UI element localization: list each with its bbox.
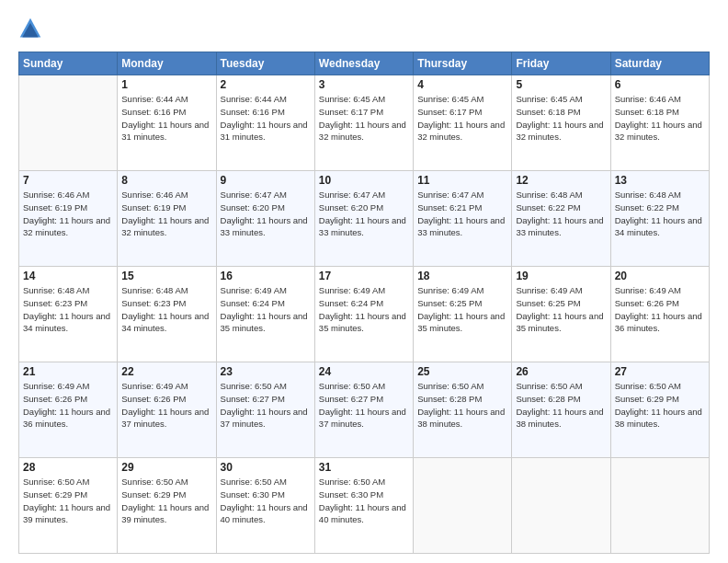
sunset-text: Sunset: 6:17 PM bbox=[417, 107, 482, 117]
daylight-text: Daylight: 11 hours and 35 minutes. bbox=[516, 311, 603, 334]
weekday-header-monday: Monday bbox=[118, 52, 216, 75]
day-number: 30 bbox=[221, 461, 311, 474]
cell-info: Sunrise: 6:45 AM Sunset: 6:17 PM Dayligh… bbox=[417, 93, 507, 144]
cell-info: Sunrise: 6:46 AM Sunset: 6:19 PM Dayligh… bbox=[121, 189, 211, 239]
cell-info: Sunrise: 6:44 AM Sunset: 6:16 PM Dayligh… bbox=[221, 93, 311, 144]
cell-info: Sunrise: 6:49 AM Sunset: 6:26 PM Dayligh… bbox=[23, 380, 113, 431]
sunrise-text: Sunrise: 6:50 AM bbox=[615, 381, 681, 391]
calendar-cell: 19 Sunrise: 6:49 AM Sunset: 6:25 PM Dayl… bbox=[512, 267, 610, 362]
sunrise-text: Sunrise: 6:45 AM bbox=[417, 94, 483, 104]
daylight-text: Daylight: 11 hours and 33 minutes. bbox=[221, 215, 308, 238]
sunset-text: Sunset: 6:16 PM bbox=[121, 107, 186, 117]
sunrise-text: Sunrise: 6:45 AM bbox=[516, 94, 582, 104]
sunrise-text: Sunrise: 6:46 AM bbox=[23, 190, 89, 200]
calendar-cell: 1 Sunrise: 6:44 AM Sunset: 6:16 PM Dayli… bbox=[118, 75, 216, 171]
sunset-text: Sunset: 6:19 PM bbox=[23, 202, 87, 213]
cell-info: Sunrise: 6:46 AM Sunset: 6:19 PM Dayligh… bbox=[23, 189, 113, 239]
sunset-text: Sunset: 6:29 PM bbox=[23, 489, 87, 500]
calendar-cell: 15 Sunrise: 6:48 AM Sunset: 6:23 PM Dayl… bbox=[118, 267, 216, 362]
sunset-text: Sunset: 6:29 PM bbox=[121, 489, 186, 500]
weekday-header-row: SundayMondayTuesdayWednesdayThursdayFrid… bbox=[19, 52, 710, 75]
cell-info: Sunrise: 6:47 AM Sunset: 6:21 PM Dayligh… bbox=[417, 189, 507, 239]
cell-info: Sunrise: 6:46 AM Sunset: 6:18 PM Dayligh… bbox=[615, 93, 705, 144]
sunset-text: Sunset: 6:29 PM bbox=[615, 394, 679, 404]
cell-info: Sunrise: 6:45 AM Sunset: 6:17 PM Dayligh… bbox=[319, 93, 409, 144]
day-number: 5 bbox=[516, 78, 606, 91]
daylight-text: Daylight: 11 hours and 40 minutes. bbox=[319, 502, 406, 525]
sunset-text: Sunset: 6:17 PM bbox=[319, 107, 383, 117]
day-number: 12 bbox=[516, 174, 606, 187]
sunrise-text: Sunrise: 6:49 AM bbox=[319, 285, 385, 295]
sunset-text: Sunset: 6:18 PM bbox=[516, 107, 580, 117]
cell-info: Sunrise: 6:49 AM Sunset: 6:26 PM Dayligh… bbox=[121, 380, 211, 431]
calendar-cell bbox=[610, 458, 709, 554]
sunset-text: Sunset: 6:18 PM bbox=[615, 107, 679, 117]
cell-info: Sunrise: 6:50 AM Sunset: 6:27 PM Dayligh… bbox=[319, 380, 409, 431]
day-number: 6 bbox=[615, 78, 705, 91]
weekday-header-friday: Friday bbox=[512, 52, 610, 75]
calendar-cell: 17 Sunrise: 6:49 AM Sunset: 6:24 PM Dayl… bbox=[314, 267, 413, 362]
calendar-cell: 6 Sunrise: 6:46 AM Sunset: 6:18 PM Dayli… bbox=[610, 75, 709, 171]
sunset-text: Sunset: 6:24 PM bbox=[221, 298, 285, 308]
daylight-text: Daylight: 11 hours and 34 minutes. bbox=[121, 311, 209, 334]
cell-info: Sunrise: 6:50 AM Sunset: 6:29 PM Dayligh… bbox=[615, 380, 705, 431]
sunset-text: Sunset: 6:25 PM bbox=[417, 298, 482, 308]
cell-info: Sunrise: 6:48 AM Sunset: 6:23 PM Dayligh… bbox=[23, 284, 113, 335]
daylight-text: Daylight: 11 hours and 32 minutes. bbox=[417, 120, 505, 143]
sunset-text: Sunset: 6:23 PM bbox=[121, 298, 186, 308]
daylight-text: Daylight: 11 hours and 35 minutes. bbox=[221, 311, 308, 334]
sunrise-text: Sunrise: 6:49 AM bbox=[121, 381, 188, 391]
sunset-text: Sunset: 6:22 PM bbox=[615, 202, 679, 213]
sunset-text: Sunset: 6:30 PM bbox=[221, 489, 285, 500]
day-number: 26 bbox=[516, 365, 606, 378]
calendar-cell: 4 Sunrise: 6:45 AM Sunset: 6:17 PM Dayli… bbox=[414, 75, 512, 171]
day-number: 22 bbox=[121, 365, 211, 378]
cell-info: Sunrise: 6:49 AM Sunset: 6:26 PM Dayligh… bbox=[615, 284, 705, 335]
calendar-cell bbox=[414, 458, 512, 554]
calendar-table: SundayMondayTuesdayWednesdayThursdayFrid… bbox=[18, 52, 710, 554]
calendar-cell: 26 Sunrise: 6:50 AM Sunset: 6:28 PM Dayl… bbox=[512, 362, 610, 458]
sunset-text: Sunset: 6:19 PM bbox=[121, 202, 186, 213]
sunrise-text: Sunrise: 6:49 AM bbox=[221, 285, 287, 295]
cell-info: Sunrise: 6:50 AM Sunset: 6:29 PM Dayligh… bbox=[23, 476, 113, 526]
daylight-text: Daylight: 11 hours and 36 minutes. bbox=[23, 407, 110, 430]
day-number: 14 bbox=[23, 270, 113, 282]
cell-info: Sunrise: 6:50 AM Sunset: 6:28 PM Dayligh… bbox=[516, 380, 606, 431]
sunrise-text: Sunrise: 6:48 AM bbox=[615, 190, 681, 200]
cell-info: Sunrise: 6:49 AM Sunset: 6:24 PM Dayligh… bbox=[221, 284, 311, 335]
daylight-text: Daylight: 11 hours and 37 minutes. bbox=[319, 407, 406, 430]
sunrise-text: Sunrise: 6:50 AM bbox=[516, 381, 582, 391]
calendar-cell: 12 Sunrise: 6:48 AM Sunset: 6:22 PM Dayl… bbox=[512, 171, 610, 267]
day-number: 13 bbox=[615, 174, 705, 187]
weekday-header-wednesday: Wednesday bbox=[314, 52, 413, 75]
cell-info: Sunrise: 6:48 AM Sunset: 6:22 PM Dayligh… bbox=[516, 189, 606, 239]
cell-info: Sunrise: 6:47 AM Sunset: 6:20 PM Dayligh… bbox=[221, 189, 311, 239]
calendar-cell bbox=[19, 75, 118, 171]
daylight-text: Daylight: 11 hours and 32 minutes. bbox=[319, 120, 406, 143]
daylight-text: Daylight: 11 hours and 37 minutes. bbox=[121, 407, 209, 430]
cell-info: Sunrise: 6:50 AM Sunset: 6:30 PM Dayligh… bbox=[319, 476, 409, 526]
sunset-text: Sunset: 6:26 PM bbox=[23, 394, 87, 404]
sunset-text: Sunset: 6:20 PM bbox=[319, 202, 383, 213]
sunrise-text: Sunrise: 6:46 AM bbox=[121, 190, 188, 200]
logo bbox=[18, 17, 46, 44]
day-number: 25 bbox=[417, 365, 507, 378]
weekday-header-saturday: Saturday bbox=[610, 52, 709, 75]
daylight-text: Daylight: 11 hours and 35 minutes. bbox=[417, 311, 505, 334]
day-number: 3 bbox=[319, 78, 409, 91]
daylight-text: Daylight: 11 hours and 38 minutes. bbox=[417, 407, 505, 430]
daylight-text: Daylight: 11 hours and 39 minutes. bbox=[23, 502, 110, 525]
calendar-cell: 25 Sunrise: 6:50 AM Sunset: 6:28 PM Dayl… bbox=[414, 362, 512, 458]
cell-info: Sunrise: 6:50 AM Sunset: 6:28 PM Dayligh… bbox=[417, 380, 507, 431]
sunrise-text: Sunrise: 6:44 AM bbox=[221, 94, 287, 104]
daylight-text: Daylight: 11 hours and 33 minutes. bbox=[417, 215, 505, 238]
calendar-cell: 2 Sunrise: 6:44 AM Sunset: 6:16 PM Dayli… bbox=[216, 75, 314, 171]
day-number: 23 bbox=[221, 365, 311, 378]
calendar-cell: 8 Sunrise: 6:46 AM Sunset: 6:19 PM Dayli… bbox=[118, 171, 216, 267]
day-number: 29 bbox=[121, 461, 211, 474]
sunset-text: Sunset: 6:27 PM bbox=[319, 394, 383, 404]
sunrise-text: Sunrise: 6:47 AM bbox=[221, 190, 287, 200]
calendar-cell: 21 Sunrise: 6:49 AM Sunset: 6:26 PM Dayl… bbox=[19, 362, 118, 458]
day-number: 10 bbox=[319, 174, 409, 187]
sunrise-text: Sunrise: 6:48 AM bbox=[23, 285, 89, 295]
